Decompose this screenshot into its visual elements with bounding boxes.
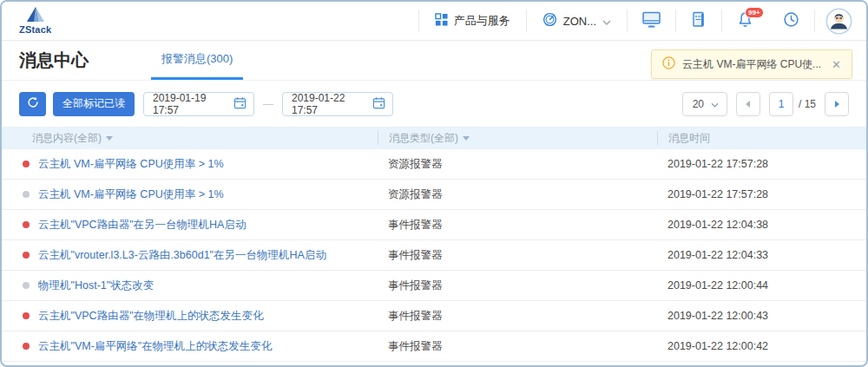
zone-gauge-icon	[542, 12, 557, 29]
prev-page-button[interactable]	[736, 92, 760, 116]
prev-arrow-icon	[746, 101, 750, 108]
document-icon	[691, 11, 707, 31]
message-link[interactable]: 云主机"vrouter.l3.L3-云路由.3b60d1"在另一台物理机HA启动	[38, 248, 326, 263]
next-arrow-icon	[835, 101, 839, 108]
message-link[interactable]: 云主机 VM-扁平网络 CPU使用率 > 1%	[38, 157, 224, 172]
table-row[interactable]: 云主机"VPC路由器"在另一台物理机HA启动 事件报警器 2019-01-22 …	[2, 210, 866, 240]
table-row[interactable]: 云主机"vrouter.l3.L3-云路由.3b60d1"在另一台物理机HA启动…	[2, 240, 866, 271]
message-link[interactable]: 云主机"VPC路由器"在物理机上的状态发生变化	[38, 309, 264, 324]
close-icon[interactable]: ✕	[832, 58, 841, 71]
page-number-input[interactable]	[769, 92, 793, 116]
zstack-triangle-icon	[26, 7, 45, 24]
toast-message[interactable]: 云主机 VM-扁平网络 CPU使...	[682, 57, 821, 72]
column-label: 消息时间	[668, 131, 710, 146]
app-header: ZStack 产品与服务	[2, 2, 866, 41]
mark-all-read-button[interactable]: 全部标记已读	[53, 92, 135, 116]
pagination: 20 / 15	[682, 92, 849, 116]
refresh-icon	[27, 96, 39, 111]
tab-alarm-messages[interactable]: 报警消息(300)	[151, 41, 243, 80]
table-row[interactable]: 云主机"VPC路由器"在物理机上的状态发生变化 事件报警器 2019-01-22…	[2, 301, 866, 331]
next-page-button[interactable]	[825, 92, 849, 116]
toolbar-left: 全部标记已读 2019-01-19 17:57 — 2019-01-22 17:…	[19, 92, 393, 116]
docs-button[interactable]	[676, 2, 721, 40]
page-size-select[interactable]: 20	[682, 92, 727, 116]
console-button[interactable]	[628, 2, 675, 40]
message-type: 事件报警器	[378, 339, 657, 354]
message-time: 2019-01-22 12:00:42	[657, 340, 866, 352]
unread-indicator	[23, 312, 30, 319]
message-link[interactable]: 云主机"VM-扁平网络"在物理机上的状态发生变化	[38, 339, 272, 354]
notification-toast: 云主机 VM-扁平网络 CPU使... ✕	[651, 49, 852, 79]
column-header-content[interactable]: 消息内容(全部)	[2, 131, 378, 145]
toolbar: 全部标记已读 2019-01-19 17:57 — 2019-01-22 17:…	[2, 81, 866, 127]
message-time: 2019-01-22 12:04:38	[657, 219, 866, 231]
logo-label: ZStack	[19, 25, 51, 35]
table-header: 消息内容(全部) 消息类型(全部) 消息时间	[2, 127, 866, 149]
column-label: 消息内容(全部)	[32, 131, 102, 146]
message-link[interactable]: 物理机"Host-1"状态改变	[38, 279, 154, 293]
message-time: 2019-01-22 12:00:43	[657, 310, 866, 322]
column-label: 消息类型(全部)	[389, 131, 458, 146]
zstack-logo[interactable]: ZStack	[19, 7, 51, 35]
message-type: 事件报警器	[378, 218, 657, 233]
date-from-value: 2019-01-19 17:57	[153, 92, 233, 116]
message-link[interactable]: 云主机"VPC路由器"在另一台物理机HA启动	[38, 218, 246, 233]
products-label: 产品与服务	[454, 13, 510, 29]
table-row[interactable]: 物理机"Host-1"状态改变 事件报警器 2019-01-22 12:00:4…	[2, 271, 866, 301]
date-range-separator: —	[263, 98, 273, 110]
page-size-value: 20	[693, 98, 704, 110]
refresh-button[interactable]	[19, 92, 46, 116]
unread-indicator	[23, 252, 30, 259]
chevron-down-icon	[602, 15, 611, 28]
date-to-value: 2019-01-22 17:57	[292, 92, 372, 116]
message-type: 事件报警器	[378, 309, 657, 324]
message-time: 2019-01-22 17:57:28	[657, 158, 866, 170]
app-window: ZStack 产品与服务	[0, 0, 868, 367]
unread-indicator	[23, 161, 30, 167]
clock-icon	[783, 11, 799, 31]
message-type: 事件报警器	[378, 279, 657, 293]
notifications-button[interactable]: 99+	[722, 2, 768, 40]
message-link[interactable]: 云主机 VM-扁平网络 CPU使用率 > 1%	[38, 187, 224, 202]
date-from-input[interactable]: 2019-01-19 17:57	[143, 92, 254, 116]
page-title: 消息中心	[19, 49, 89, 72]
calendar-icon	[233, 96, 247, 112]
zone-label: ZON...	[563, 15, 596, 28]
table-row[interactable]: 云主机"VM-扁平网络"在物理机上的状态发生变化 事件报警器 2019-01-2…	[2, 331, 866, 362]
apps-grid-icon	[435, 13, 448, 29]
header-nav: 产品与服务 ZON...	[418, 2, 866, 40]
messages-table: 消息内容(全部) 消息类型(全部) 消息时间 云主机 VM-扁平网络 CPU使用…	[2, 127, 866, 362]
user-avatar[interactable]	[825, 8, 852, 35]
products-menu[interactable]: 产品与服务	[419, 2, 526, 40]
divider	[814, 10, 815, 32]
unread-indicator	[23, 191, 30, 198]
column-header-type[interactable]: 消息类型(全部)	[378, 131, 657, 145]
message-time: 2019-01-22 17:57:28	[657, 188, 866, 200]
sort-caret-icon	[106, 136, 113, 141]
history-button[interactable]	[768, 2, 814, 40]
unread-indicator	[23, 282, 30, 289]
message-time: 2019-01-22 12:00:44	[657, 279, 866, 292]
message-type: 资源报警器	[378, 187, 657, 202]
date-to-input[interactable]: 2019-01-22 17:57	[282, 92, 393, 116]
info-icon	[662, 56, 675, 72]
monitor-icon	[642, 11, 661, 31]
unread-indicator	[23, 343, 30, 350]
page-total: / 15	[799, 98, 816, 110]
unread-indicator	[23, 221, 30, 228]
table-row[interactable]: 云主机 VM-扁平网络 CPU使用率 > 1% 资源报警器 2019-01-22…	[2, 149, 866, 180]
chevron-down-icon	[711, 98, 719, 110]
message-time: 2019-01-22 12:04:33	[657, 249, 866, 261]
message-type: 资源报警器	[378, 157, 657, 172]
column-header-time: 消息时间	[657, 131, 866, 145]
table-row[interactable]: 云主机 VM-扁平网络 CPU使用率 > 1% 资源报警器 2019-01-22…	[2, 180, 866, 210]
notification-badge: 99+	[745, 7, 764, 18]
zone-selector[interactable]: ZON...	[527, 2, 627, 40]
message-type: 事件报警器	[378, 248, 657, 263]
calendar-icon	[372, 96, 385, 112]
sort-caret-icon	[463, 136, 470, 141]
